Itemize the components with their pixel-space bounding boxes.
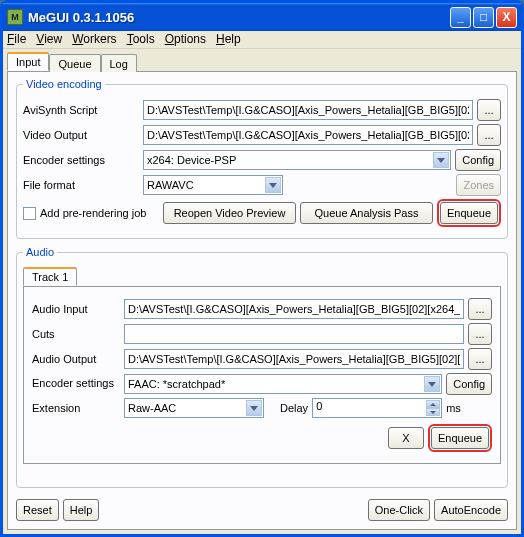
add-prerendering-checkbox[interactable]: Add pre-rendering job bbox=[23, 207, 159, 220]
tab-track1[interactable]: Track 1 bbox=[23, 267, 77, 286]
extension-label: Extension bbox=[32, 402, 120, 414]
zones-button: Zones bbox=[456, 174, 501, 196]
menu-workers[interactable]: Workers bbox=[72, 32, 116, 46]
delay-spinner[interactable]: 0 bbox=[312, 398, 442, 418]
video-output-label: Video Output bbox=[23, 129, 139, 141]
file-format-select[interactable]: RAWAVC bbox=[143, 175, 283, 195]
bottom-bar: Reset Help One-Click AutoEncode bbox=[16, 495, 508, 521]
audio-enqueue-button[interactable]: Enqueue bbox=[431, 427, 489, 449]
menu-file[interactable]: File bbox=[7, 32, 26, 46]
audio-encoder-select[interactable]: FAAC: *scratchpad* bbox=[124, 374, 442, 394]
audio-legend: Audio bbox=[23, 246, 57, 258]
chevron-down-icon bbox=[433, 152, 449, 168]
autoencode-button[interactable]: AutoEncode bbox=[434, 499, 508, 521]
avisynth-input[interactable] bbox=[143, 100, 473, 120]
cuts-input[interactable] bbox=[124, 324, 464, 344]
window-title: MeGUI 0.3.1.1056 bbox=[28, 10, 448, 25]
video-config-button[interactable]: Config bbox=[455, 149, 501, 171]
tab-queue[interactable]: Queue bbox=[49, 54, 100, 72]
checkbox-icon bbox=[23, 207, 36, 220]
chevron-down-icon bbox=[265, 177, 281, 193]
delay-label: Delay bbox=[280, 402, 308, 414]
help-button[interactable]: Help bbox=[63, 499, 100, 521]
reset-button[interactable]: Reset bbox=[16, 499, 59, 521]
input-page: Video encoding AviSynth Script ... Video… bbox=[7, 71, 517, 530]
audio-output-label: Audio Output bbox=[32, 353, 120, 365]
file-format-label: File format bbox=[23, 179, 139, 191]
video-enqueue-highlight: Enqueue bbox=[437, 199, 501, 227]
encoder-settings-select[interactable]: x264: Device-PSP bbox=[143, 150, 451, 170]
audio-tabs: Track 1 bbox=[23, 266, 501, 286]
maximize-button[interactable]: □ bbox=[473, 7, 494, 28]
audio-input-browse-button[interactable]: ... bbox=[468, 298, 492, 320]
file-format-value: RAWAVC bbox=[147, 179, 194, 191]
extension-value: Raw-AAC bbox=[128, 402, 176, 414]
audio-output-browse-button[interactable]: ... bbox=[468, 348, 492, 370]
audio-config-button[interactable]: Config bbox=[446, 373, 492, 395]
extension-select[interactable]: Raw-AAC bbox=[124, 398, 264, 418]
chevron-down-icon bbox=[246, 400, 262, 416]
menu-help[interactable]: Help bbox=[216, 32, 241, 46]
tab-log[interactable]: Log bbox=[101, 54, 137, 72]
main-tabs: Input Queue Log bbox=[7, 51, 517, 71]
audio-group: Audio Track 1 Audio Input ... Cuts ... bbox=[16, 246, 508, 488]
audio-enqueue-highlight: Enqueue bbox=[428, 424, 492, 452]
queue-analysis-pass-button[interactable]: Queue Analysis Pass bbox=[300, 202, 433, 224]
tab-input[interactable]: Input bbox=[7, 52, 49, 71]
add-prerendering-label: Add pre-rendering job bbox=[40, 207, 146, 219]
video-encoding-group: Video encoding AviSynth Script ... Video… bbox=[16, 78, 508, 239]
menubar: File View Workers Tools Options Help bbox=[3, 31, 521, 49]
one-click-button[interactable]: One-Click bbox=[368, 499, 430, 521]
audio-input-label: Audio Input bbox=[32, 303, 120, 315]
menu-view[interactable]: View bbox=[36, 32, 62, 46]
minimize-button[interactable]: _ bbox=[450, 7, 471, 28]
audio-input-field[interactable] bbox=[124, 299, 464, 319]
avisynth-label: AviSynth Script bbox=[23, 104, 139, 116]
video-legend: Video encoding bbox=[23, 78, 105, 90]
audio-output-field[interactable] bbox=[124, 349, 464, 369]
ms-label: ms bbox=[446, 402, 461, 414]
menu-tools[interactable]: Tools bbox=[127, 32, 155, 46]
track1-page: Audio Input ... Cuts ... Audio Output ..… bbox=[23, 286, 501, 464]
menu-options[interactable]: Options bbox=[165, 32, 206, 46]
cuts-label: Cuts bbox=[32, 328, 120, 340]
reopen-video-preview-button[interactable]: Reopen Video Preview bbox=[163, 202, 296, 224]
video-output-browse-button[interactable]: ... bbox=[477, 124, 501, 146]
avisynth-browse-button[interactable]: ... bbox=[477, 99, 501, 121]
audio-remove-button[interactable]: X bbox=[388, 427, 424, 449]
encoder-settings-value: x264: Device-PSP bbox=[147, 154, 236, 166]
titlebar: M MeGUI 0.3.1.1056 _ □ X bbox=[3, 3, 521, 31]
main-window: M MeGUI 0.3.1.1056 _ □ X File View Worke… bbox=[0, 0, 524, 537]
audio-encoder-value: FAAC: *scratchpad* bbox=[128, 378, 225, 390]
spinner-buttons[interactable] bbox=[426, 400, 440, 416]
app-icon: M bbox=[7, 9, 23, 25]
video-output-input[interactable] bbox=[143, 125, 473, 145]
cuts-browse-button[interactable]: ... bbox=[468, 323, 492, 345]
audio-encoder-label: Encoder settings bbox=[32, 377, 120, 390]
chevron-down-icon bbox=[424, 376, 440, 392]
client-area: Input Queue Log Video encoding AviSynth … bbox=[3, 49, 521, 534]
encoder-settings-label: Encoder settings bbox=[23, 154, 139, 166]
delay-value: 0 bbox=[316, 400, 322, 412]
close-button[interactable]: X bbox=[496, 7, 517, 28]
video-enqueue-button[interactable]: Enqueue bbox=[440, 202, 498, 224]
